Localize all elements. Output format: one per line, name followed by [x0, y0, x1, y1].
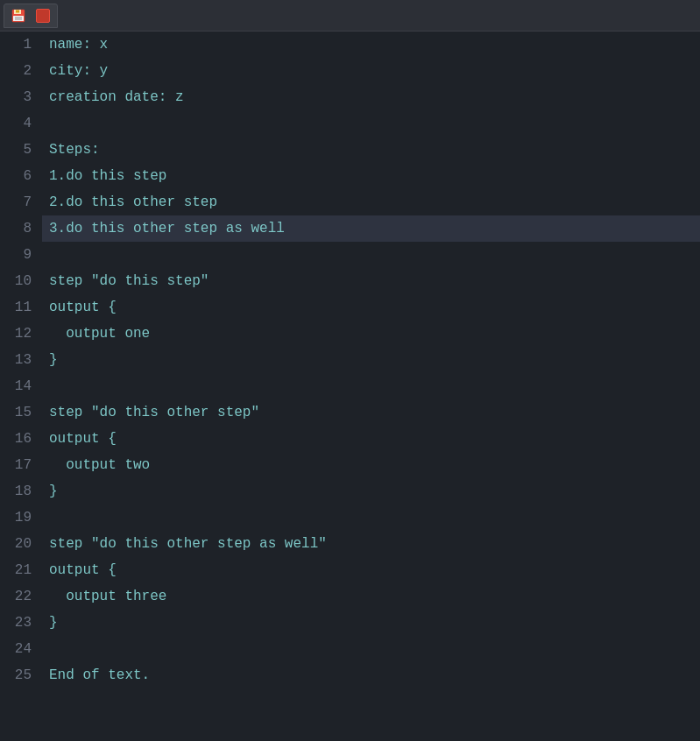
line-number-19: 19: [7, 505, 32, 531]
code-line-11: output {: [42, 294, 700, 321]
line-number-11: 11: [7, 294, 32, 321]
tab-output-txt[interactable]: [4, 4, 58, 28]
line-number-20: 20: [7, 531, 32, 557]
code-line-3: creation date: z: [42, 84, 700, 110]
tab-close-button[interactable]: [36, 9, 50, 23]
line-number-21: 21: [7, 557, 32, 583]
code-line-18: }: [42, 478, 700, 505]
code-line-10: step "do this step": [42, 268, 700, 294]
line-number-12: 12: [7, 321, 32, 347]
line-number-14: 14: [7, 373, 32, 399]
code-line-2: city: y: [42, 58, 700, 84]
line-number-7: 7: [7, 189, 32, 215]
line-number-18: 18: [7, 478, 32, 505]
code-line-1: name: x: [42, 32, 700, 58]
code-line-6: 1.do this step: [42, 163, 700, 189]
svg-rect-2: [16, 10, 19, 12]
line-number-24: 24: [7, 636, 32, 662]
code-line-7: 2.do this other step: [42, 189, 700, 215]
code-line-24: [42, 636, 700, 662]
line-number-17: 17: [7, 452, 32, 478]
code-line-12: output one: [42, 321, 700, 347]
line-number-6: 6: [7, 163, 32, 189]
line-number-16: 16: [7, 426, 32, 452]
code-line-25: End of text.: [42, 662, 700, 688]
code-line-15: step "do this other step": [42, 399, 700, 426]
editor: 1234567891011121314151617181920212223242…: [0, 32, 700, 741]
code-area[interactable]: name: xcity: ycreation date: z Steps:1.d…: [42, 32, 700, 741]
code-line-17: output two: [42, 452, 700, 478]
line-number-13: 13: [7, 347, 32, 373]
code-line-19: [42, 505, 700, 531]
line-number-8: 8: [7, 215, 32, 242]
line-number-1: 1: [7, 32, 32, 58]
code-line-21: output {: [42, 557, 700, 583]
line-number-2: 2: [7, 58, 32, 84]
code-line-9: [42, 242, 700, 268]
code-line-16: output {: [42, 426, 700, 452]
line-number-10: 10: [7, 268, 32, 294]
line-number-3: 3: [7, 84, 32, 110]
code-line-4: [42, 110, 700, 137]
svg-rect-4: [15, 17, 22, 20]
line-numbers: 1234567891011121314151617181920212223242…: [0, 32, 42, 741]
code-line-8: 3.do this other step as well: [42, 215, 700, 242]
save-icon: [11, 9, 25, 23]
line-number-4: 4: [7, 110, 32, 137]
line-number-22: 22: [7, 583, 32, 610]
code-line-14: [42, 373, 700, 399]
code-line-13: }: [42, 347, 700, 373]
line-number-25: 25: [7, 662, 32, 688]
line-number-5: 5: [7, 137, 32, 163]
line-number-23: 23: [7, 610, 32, 636]
code-line-20: step "do this other step as well": [42, 531, 700, 557]
tab-bar: [0, 0, 700, 32]
code-line-5: Steps:: [42, 137, 700, 163]
code-line-22: output three: [42, 583, 700, 610]
line-number-15: 15: [7, 399, 32, 426]
line-number-9: 9: [7, 242, 32, 268]
code-line-23: }: [42, 610, 700, 636]
